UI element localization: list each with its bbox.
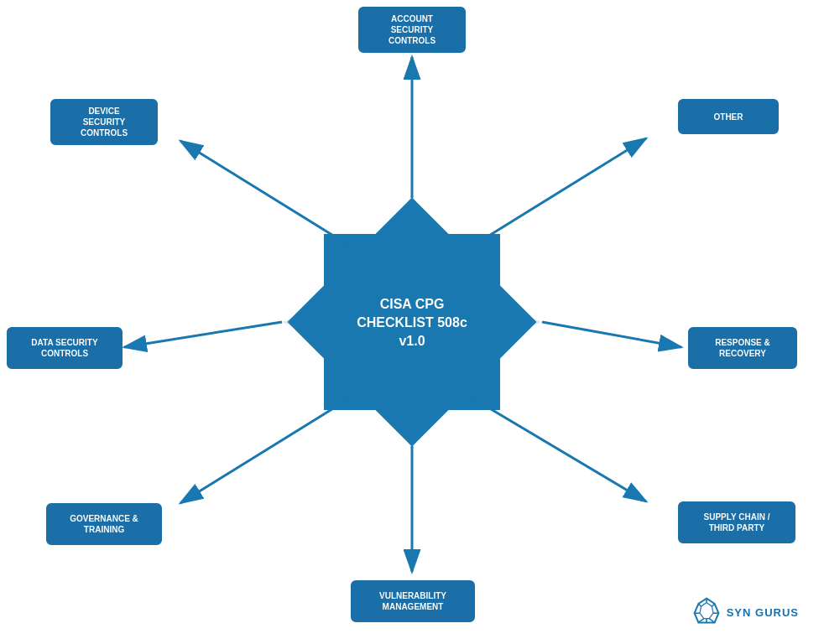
- svg-text:CHECKLIST 508c: CHECKLIST 508c: [357, 315, 467, 330]
- syn-gurus-icon: [693, 597, 720, 627]
- diagram-svg: CISA CPG CHECKLIST 508c v1.0: [0, 0, 824, 644]
- logo-area: SYN GURUS: [693, 597, 799, 627]
- diagram-container: CISA CPG CHECKLIST 508c v1.0 ACCOUNT SEC…: [0, 0, 824, 644]
- svg-line-10: [542, 322, 681, 347]
- other-node: OTHER: [678, 99, 779, 134]
- svg-text:CISA CPG: CISA CPG: [380, 297, 445, 311]
- svg-line-8: [474, 138, 646, 245]
- device-security-node: DEVICE SECURITY CONTROLS: [50, 99, 158, 145]
- svg-line-11: [180, 399, 348, 503]
- svg-line-20: [712, 604, 714, 606]
- vulnerability-node: VULNERABILITY MANAGEMENT: [351, 580, 475, 622]
- svg-marker-18: [700, 602, 713, 618]
- governance-node: GOVERNANCE & TRAINING: [46, 503, 162, 545]
- svg-line-12: [474, 399, 646, 501]
- data-security-node: DATA SECURITY CONTROLS: [7, 327, 123, 369]
- svg-text:v1.0: v1.0: [399, 334, 425, 348]
- svg-line-25: [698, 604, 701, 606]
- logo-text: SYN GURUS: [727, 606, 799, 619]
- svg-line-7: [180, 141, 348, 245]
- response-recovery-node: RESPONSE & RECOVERY: [688, 327, 797, 369]
- supply-chain-node: SUPPLY CHAIN / THIRD PARTY: [678, 501, 795, 543]
- account-security-node: ACCOUNT SECURITY CONTROLS: [358, 7, 466, 53]
- svg-line-9: [124, 322, 282, 347]
